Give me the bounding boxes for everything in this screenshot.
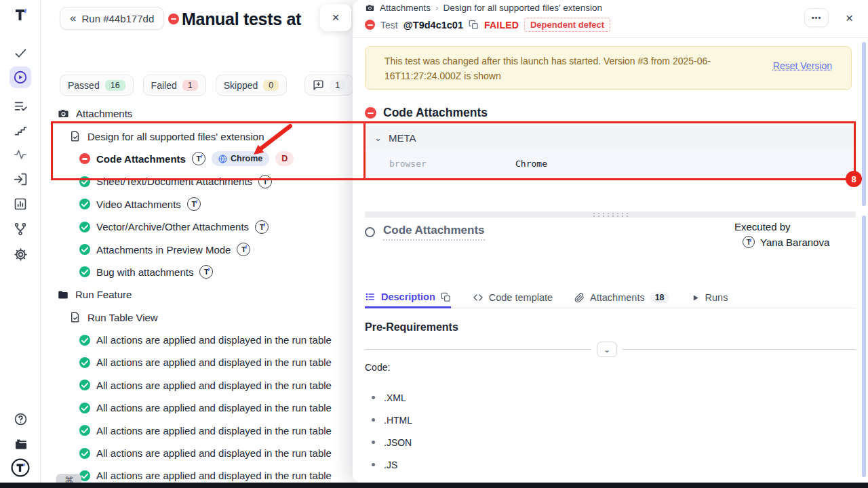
close-icon: × <box>332 10 339 25</box>
tree-test-row[interactable]: All actions are applied and displayed in… <box>41 442 347 464</box>
executed-by-block: Executed by T Yana Baranova <box>734 221 863 248</box>
tree-test-row[interactable]: Bug with attachments T <box>41 261 347 283</box>
version-warning-banner: This test was changed after this launch … <box>365 46 852 90</box>
test-status-label: FAILED <box>484 20 519 30</box>
tab-code-template[interactable]: Code template <box>473 287 553 308</box>
unexecuted-status-icon <box>365 227 375 237</box>
banner-message: This test was changed after this launch … <box>384 54 754 83</box>
skipped-count-badge: 0 <box>263 80 279 91</box>
drawer-close-tab[interactable]: × <box>320 4 351 31</box>
filter-passed[interactable]: Passed 16 <box>60 75 134 96</box>
test-label: Video Attachments <box>96 199 181 210</box>
scrollbar-thumb[interactable] <box>862 42 866 206</box>
tree-test-code-attachments[interactable]: Code Attachments T Chrome D <box>41 148 347 170</box>
list-item: .JS <box>365 453 412 476</box>
branches-icon[interactable] <box>9 218 31 240</box>
drawer-close-button[interactable]: × <box>846 11 853 26</box>
test-label: Code Attachments <box>96 153 186 165</box>
runs-play-icon[interactable] <box>9 66 31 88</box>
annotation-number-badge: 8 <box>846 171 862 187</box>
more-actions-button[interactable]: ••• <box>804 8 829 27</box>
tab-description[interactable]: Description <box>365 287 451 308</box>
user-avatar-icon: T <box>255 220 269 234</box>
filter-failed[interactable]: Failed 1 <box>143 75 206 96</box>
breadcrumb-current[interactable]: Design for all supported files' extensio… <box>443 3 602 13</box>
tree-test-row[interactable]: All actions are applied and displayed in… <box>41 396 347 419</box>
tree-test-row[interactable]: Vector/Archive/Other Attachments T <box>41 216 347 238</box>
browser-badge[interactable]: Chrome <box>212 151 269 166</box>
result-heading: Code Attachments <box>383 106 488 120</box>
tab-attachments[interactable]: Attachments 18 <box>574 287 669 308</box>
passed-status-icon <box>79 176 90 187</box>
breadcrumb-separator: › <box>435 3 439 13</box>
test-title-link[interactable]: Code Attachments <box>365 224 485 241</box>
run-id-label: Run #44b177dd <box>81 13 154 24</box>
tree-test-row[interactable]: All actions are applied and displayed in… <box>41 351 347 373</box>
tree-suite-run-feature[interactable]: Run Feature <box>41 283 347 306</box>
list-item-text: .JS <box>384 460 397 470</box>
reports-chart-icon[interactable] <box>9 193 31 215</box>
import-icon[interactable] <box>9 168 31 190</box>
camera-icon <box>57 107 70 120</box>
globe-icon <box>218 155 227 163</box>
reset-version-link[interactable]: Reset Version <box>773 60 832 71</box>
copy-icon[interactable] <box>441 292 451 302</box>
test-label: Sheet/Text/Document Attachments <box>96 176 252 187</box>
meta-section-header[interactable]: ⌄ META <box>365 125 856 150</box>
passed-status-icon <box>79 335 90 346</box>
filter-skipped[interactable]: Skipped 0 <box>216 75 288 96</box>
tree-doc-run-table-view[interactable]: Run Table View <box>41 306 347 329</box>
app-logo[interactable] <box>9 4 31 26</box>
bullet <box>372 418 375 422</box>
tests-check-icon[interactable] <box>9 42 31 64</box>
tree-test-row[interactable]: All actions are applied and displayed in… <box>41 419 347 441</box>
defect-badge[interactable]: D <box>275 151 294 166</box>
list-item: .XML <box>365 386 412 409</box>
scrollbar-thumb[interactable] <box>862 216 866 477</box>
list-item: .HTML <box>365 409 412 431</box>
suite-label: Attachments <box>76 108 132 119</box>
play-icon <box>691 293 700 302</box>
tab-runs[interactable]: Runs <box>691 287 728 308</box>
copy-icon[interactable] <box>469 20 479 30</box>
back-to-run-button[interactable]: « Run #44b177dd <box>60 7 164 30</box>
failed-status-icon <box>79 153 90 164</box>
projects-folder-icon[interactable] <box>9 433 31 455</box>
tree-test-row[interactable]: Attachments in Preview Mode T <box>41 238 347 260</box>
passed-status-icon <box>79 357 90 368</box>
collapse-section-button[interactable]: ⌄ <box>597 342 617 357</box>
meta-value: Chrome <box>515 159 547 169</box>
tree-test-row[interactable]: All actions are applied and displayed in… <box>41 374 347 396</box>
bullet <box>372 441 375 444</box>
tree-suite-attachments[interactable]: Attachments <box>41 102 347 125</box>
tree-test-row[interactable]: Video Attachments T <box>41 193 347 216</box>
pulse-icon[interactable] <box>9 144 31 165</box>
steps-icon[interactable] <box>9 119 31 141</box>
checklist-icon[interactable] <box>9 95 31 117</box>
profile-avatar[interactable] <box>9 457 31 479</box>
dependent-defect-badge[interactable]: Dependent defect <box>524 18 610 32</box>
pre-requirements-heading: Pre-Requirements <box>365 321 458 333</box>
breadcrumb: Attachments › Design for all supported f… <box>365 3 602 13</box>
tree-doc-design[interactable]: Design for all supported files' extensio… <box>41 125 347 147</box>
chevrons-left-icon: « <box>70 12 76 25</box>
passed-status-icon <box>79 199 90 209</box>
tree-test-row[interactable]: All actions are applied and displayed in… <box>41 329 347 351</box>
settings-gear-icon[interactable] <box>9 243 31 265</box>
meta-title: META <box>389 132 416 144</box>
breadcrumb-root[interactable]: Attachments <box>380 3 431 13</box>
test-doc-label: Design for all supported files' extensio… <box>87 131 264 142</box>
more-icon: ••• <box>812 14 822 22</box>
test-word: Test <box>380 20 398 30</box>
tree-test-row[interactable]: Sheet/Text/Document Attachments T <box>41 170 347 192</box>
failed-count-badge: 1 <box>182 80 198 91</box>
passed-status-icon <box>79 266 90 277</box>
list-item: .JSON <box>365 431 412 453</box>
test-label: All actions are applied and displayed in… <box>96 447 332 459</box>
document-check-icon <box>69 311 81 323</box>
help-icon[interactable] <box>9 408 31 430</box>
panel-resize-handle[interactable] <box>365 211 856 218</box>
browser-badge-label: Chrome <box>231 154 262 163</box>
comments-filter-button[interactable]: 1 <box>304 75 353 96</box>
header-divider <box>353 37 868 38</box>
